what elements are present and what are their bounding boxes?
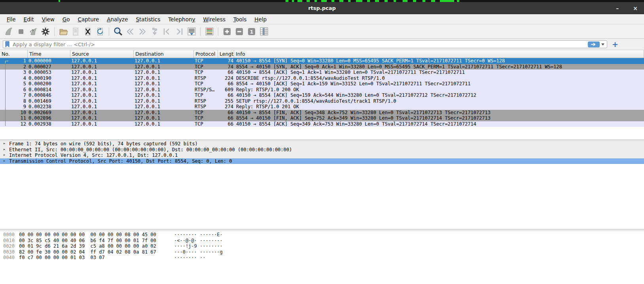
- column-header[interactable]: No.: [0, 50, 28, 58]
- packet-row[interactable]: 6 0.000814 127.0.0.1 127.0.0.1 RTSP/S… 6…: [0, 87, 644, 93]
- zoom-out-icon: [235, 27, 244, 36]
- colorize-button[interactable]: [204, 26, 215, 37]
- detail-row[interactable]: ▸ Transmission Control Protocol, Src Por…: [0, 158, 644, 164]
- display-filter-input[interactable]: [12, 41, 588, 48]
- toolbar-separator: [200, 27, 201, 36]
- column-header[interactable]: Info: [234, 50, 644, 58]
- close-file-button[interactable]: [82, 26, 93, 37]
- hex-row[interactable]: 0030 82 00 fe 30 00 00 02 04 ff d7 04 02…: [0, 249, 644, 255]
- zoom-in-button[interactable]: [222, 26, 233, 37]
- menu-item[interactable]: Edit: [20, 16, 38, 23]
- cell-no: 8: [0, 98, 28, 104]
- menu-item[interactable]: Help: [250, 16, 271, 23]
- resize-columns-button[interactable]: [258, 26, 269, 37]
- cell-destination: 127.0.0.1: [134, 58, 194, 64]
- wireshark-window: rtsp.pcap – × File Edit View Go Capture …: [0, 0, 644, 284]
- cell-source: 127.0.0.1: [70, 110, 134, 116]
- column-header[interactable]: Source: [70, 50, 134, 58]
- conversation-line: [5, 64, 6, 126]
- cell-destination: 127.0.0.1: [134, 115, 194, 121]
- cell-length: 66: [218, 92, 234, 98]
- display-filter-field[interactable]: [3, 40, 607, 48]
- hex-row[interactable]: 0010 00 3c 85 c5 40 00 40 06 b6 f4 7f 00…: [0, 238, 644, 244]
- bookmark-icon[interactable]: [5, 41, 10, 47]
- hex-row[interactable]: 0000 00 00 00 00 00 00 00 00 00 00 00 00…: [0, 232, 644, 238]
- packet-row[interactable]: 5 0.000200 127.0.0.1 127.0.0.1 TCP 66 85…: [0, 81, 644, 87]
- menu-item[interactable]: Statistics: [132, 16, 164, 23]
- packet-bytes-pane: 0000 00 00 00 00 00 00 00 00 00 00 00 00…: [0, 231, 644, 284]
- auto-scroll-button[interactable]: [186, 26, 197, 37]
- cell-source: 127.0.0.1: [70, 104, 134, 110]
- first-packet-button[interactable]: [161, 26, 172, 37]
- apply-filter-button[interactable]: [588, 41, 600, 47]
- expander-icon[interactable]: ▸: [0, 152, 9, 158]
- column-header[interactable]: Protocol: [194, 50, 218, 58]
- last-packet-button[interactable]: [174, 26, 185, 37]
- menu-item[interactable]: Tools: [229, 16, 250, 23]
- toolbar-separator: [109, 27, 109, 36]
- gear-icon: [41, 27, 50, 36]
- cell-length: 74: [218, 58, 234, 64]
- reload-file-button[interactable]: [95, 26, 106, 37]
- menu-item[interactable]: View: [38, 16, 59, 23]
- column-header[interactable]: Time: [28, 50, 70, 58]
- detail-text: Frame 1: 74 bytes on wire (592 bits), 74…: [9, 141, 198, 147]
- detail-row[interactable]: ▸ Ethernet II, Src: 00:00:00_00:00:00 (0…: [0, 147, 644, 153]
- go-back-button[interactable]: [125, 26, 136, 37]
- packet-row[interactable]: 1 0.000000 127.0.0.1 127.0.0.1 TCP 74 40…: [0, 58, 644, 64]
- folder-open-icon: [59, 27, 68, 36]
- cell-no: 3: [0, 70, 28, 75]
- filter-dropdown-caret[interactable]: [601, 43, 604, 45]
- cell-destination: 127.0.0.1: [134, 87, 194, 93]
- hex-row[interactable]: 0040 f0 c7 00 00 00 00 01 03 03 07 ·····…: [0, 255, 644, 261]
- find-packet-button[interactable]: [112, 26, 123, 37]
- cell-protocol: TCP: [194, 58, 218, 64]
- add-filter-button[interactable]: +: [612, 41, 618, 48]
- packet-row[interactable]: 12 0.002938 127.0.0.1 127.0.0.1 TCP 66 4…: [0, 121, 644, 127]
- expander-icon[interactable]: ▸: [0, 147, 9, 153]
- stop-capture-button[interactable]: [15, 26, 27, 37]
- packet-row[interactable]: 11 0.002896 127.0.0.1 127.0.0.1 TCP 66 8…: [0, 115, 644, 121]
- expander-icon[interactable]: ▸: [0, 158, 9, 164]
- packet-row[interactable]: 3 0.000053 127.0.0.1 127.0.0.1 TCP 66 40…: [0, 70, 644, 75]
- expander-icon[interactable]: ▸: [0, 141, 9, 147]
- packet-row[interactable]: 2 0.000027 127.0.0.1 127.0.0.1 TCP 74 85…: [0, 64, 644, 70]
- restart-capture-button[interactable]: [28, 26, 39, 37]
- minimize-button[interactable]: –: [616, 6, 619, 11]
- column-header[interactable]: Length: [218, 50, 234, 58]
- packet-row[interactable]: 7 0.000846 127.0.0.1 127.0.0.1 TCP 66 40…: [0, 92, 644, 98]
- packet-row[interactable]: 9 0.002238 127.0.0.1 127.0.0.1 RTSP 274 …: [0, 104, 644, 110]
- menu-item[interactable]: Analyze: [103, 16, 132, 23]
- start-capture-button[interactable]: [3, 26, 14, 37]
- cell-time: 0.002938: [28, 121, 70, 127]
- open-file-button[interactable]: [58, 26, 69, 37]
- cell-protocol: RTSP/S…: [194, 87, 218, 93]
- menu-item[interactable]: Wireless: [199, 16, 229, 23]
- zoom-out-button[interactable]: [234, 26, 245, 37]
- packet-row[interactable]: 4 0.000190 127.0.0.1 127.0.0.1 RTSP 224 …: [0, 75, 644, 81]
- column-header[interactable]: Destination: [134, 50, 194, 58]
- goto-arrow-icon: [150, 27, 159, 36]
- packet-row[interactable]: 8 0.001469 127.0.0.1 127.0.0.1 RTSP 255 …: [0, 98, 644, 104]
- menu-item[interactable]: Go: [59, 16, 74, 23]
- cell-source: 127.0.0.1: [70, 81, 134, 87]
- go-forward-button[interactable]: [137, 26, 148, 37]
- cell-no: 9: [0, 104, 28, 110]
- conversation-bracket-icon: [5, 61, 8, 64]
- cell-protocol: TCP: [194, 115, 218, 121]
- cell-no: 11: [0, 115, 28, 121]
- zoom-100-button[interactable]: 1: [246, 26, 257, 37]
- menu-item[interactable]: File: [3, 16, 20, 23]
- capture-options-button[interactable]: [40, 26, 51, 37]
- go-to-packet-button[interactable]: [149, 26, 160, 37]
- detail-row[interactable]: ▸ Internet Protocol Version 4, Src: 127.…: [0, 152, 644, 158]
- cell-info: Reply: RTSP/1.0 200 OK: [234, 87, 644, 93]
- packet-row[interactable]: 10 0.002669 127.0.0.1 127.0.0.1 TCP 66 4…: [0, 110, 644, 116]
- menu-item[interactable]: Telephony: [164, 16, 199, 23]
- hex-row[interactable]: 0020 00 01 9c d6 21 6a 2d 39 c5 a8 00 00…: [0, 243, 644, 249]
- hex-offset: 0010: [3, 238, 17, 244]
- close-button[interactable]: ×: [633, 6, 638, 11]
- menu-item[interactable]: Capture: [74, 16, 103, 23]
- detail-row[interactable]: ▸ Frame 1: 74 bytes on wire (592 bits), …: [0, 141, 644, 147]
- save-file-button[interactable]: [70, 26, 81, 37]
